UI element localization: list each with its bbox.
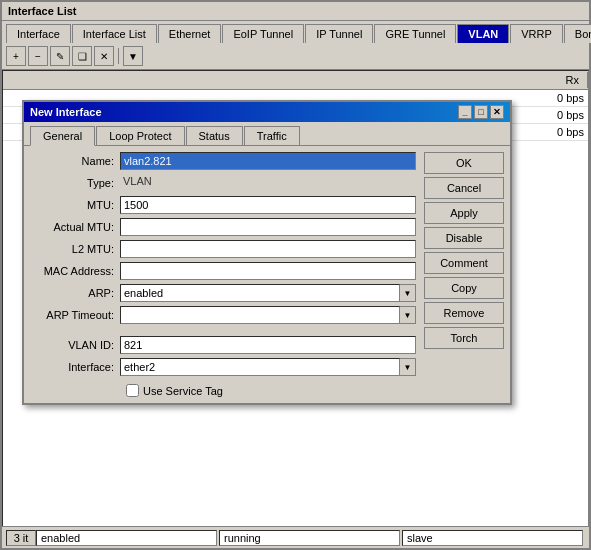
add-button[interactable]: + xyxy=(6,46,26,66)
tab-ip-tunnel[interactable]: IP Tunnel xyxy=(305,24,373,43)
remove-button[interactable]: Remove xyxy=(424,302,504,324)
comment-button[interactable]: Comment xyxy=(424,252,504,274)
vlan-id-row: VLAN ID: xyxy=(30,336,416,354)
tab-eoip-tunnel[interactable]: EoIP Tunnel xyxy=(222,24,304,43)
dialog-tabs: General Loop Protect Status Traffic xyxy=(24,122,510,145)
interface-input[interactable] xyxy=(120,358,400,376)
main-area: Rx 0 bps 0 bps 0 bps New Interface _ xyxy=(2,70,589,548)
window-title: Interface List xyxy=(8,5,76,17)
rx-cell-2: 0 bps xyxy=(528,107,588,123)
apply-button[interactable]: Apply xyxy=(424,202,504,224)
arp-timeout-label: ARP Timeout: xyxy=(30,309,120,321)
rx-header: Rx xyxy=(558,72,588,88)
rx-cell-3: 0 bps xyxy=(528,124,588,140)
type-row: Type: VLAN xyxy=(30,174,416,192)
nav-tabs: Interface Interface List Ethernet EoIP T… xyxy=(2,21,589,43)
dialog-restore-button[interactable]: □ xyxy=(474,105,488,119)
dialog-close-button[interactable]: ✕ xyxy=(490,105,504,119)
tab-bonding[interactable]: Bonding xyxy=(564,24,591,43)
mtu-row: MTU: xyxy=(30,196,416,214)
actual-mtu-label: Actual MTU: xyxy=(30,221,120,233)
l2-mtu-label: L2 MTU: xyxy=(30,243,120,255)
dialog-tab-status[interactable]: Status xyxy=(186,126,243,145)
copy-button[interactable]: ❑ xyxy=(72,46,92,66)
disable-button[interactable]: Disable xyxy=(424,227,504,249)
filter-button[interactable]: ▼ xyxy=(123,46,143,66)
name-input[interactable] xyxy=(120,152,416,170)
actual-mtu-input[interactable] xyxy=(120,218,416,236)
vlan-id-label: VLAN ID: xyxy=(30,339,120,351)
tab-vrrp[interactable]: VRRP xyxy=(510,24,563,43)
l2-mtu-row: L2 MTU: xyxy=(30,240,416,258)
mtu-label: MTU: xyxy=(30,199,120,211)
actual-mtu-row: Actual MTU: xyxy=(30,218,416,236)
tab-interface[interactable]: Interface xyxy=(6,24,71,43)
name-row: Name: xyxy=(30,152,416,170)
toolbar: + − ✎ ❑ ✕ ▼ xyxy=(2,43,589,70)
service-tag-row: Use Service Tag xyxy=(30,380,416,397)
clear-button[interactable]: ✕ xyxy=(94,46,114,66)
arp-row: ARP: ▼ xyxy=(30,284,416,302)
mtu-input[interactable] xyxy=(120,196,416,214)
remove-button[interactable]: − xyxy=(28,46,48,66)
dialog-form: Name: Type: VLAN MTU: Actua xyxy=(30,152,416,397)
interface-dropdown-button[interactable]: ▼ xyxy=(400,358,416,376)
dialog-title-buttons: _ □ ✕ xyxy=(458,105,504,119)
tab-ethernet[interactable]: Ethernet xyxy=(158,24,222,43)
arp-timeout-input[interactable] xyxy=(120,306,400,324)
interface-select-wrap: ▼ xyxy=(120,358,416,376)
arp-input[interactable] xyxy=(120,284,400,302)
ok-button[interactable]: OK xyxy=(424,152,504,174)
new-interface-dialog: New Interface _ □ ✕ General Loop Protect… xyxy=(22,100,512,405)
dialog-minimize-button[interactable]: _ xyxy=(458,105,472,119)
arp-timeout-row: ARP Timeout: ▼ xyxy=(30,306,416,324)
dialog-content: Name: Type: VLAN MTU: Actua xyxy=(24,145,510,403)
tab-interface-list[interactable]: Interface List xyxy=(72,24,157,43)
main-window: Interface List Interface Interface List … xyxy=(0,0,591,550)
interface-label: Interface: xyxy=(30,361,120,373)
cancel-button[interactable]: Cancel xyxy=(424,177,504,199)
edit-button[interactable]: ✎ xyxy=(50,46,70,66)
tab-vlan[interactable]: VLAN xyxy=(457,24,509,43)
dialog-tab-loop-protect[interactable]: Loop Protect xyxy=(96,126,184,145)
status-cell-1: enabled xyxy=(36,530,217,546)
arp-label: ARP: xyxy=(30,287,120,299)
table-header: Rx xyxy=(3,71,588,90)
use-service-tag-checkbox[interactable] xyxy=(126,384,139,397)
count-cell: 3 it xyxy=(6,530,36,546)
dialog-tab-traffic[interactable]: Traffic xyxy=(244,126,300,145)
arp-timeout-dropdown-button[interactable]: ▼ xyxy=(400,306,416,324)
l2-mtu-input[interactable] xyxy=(120,240,416,258)
status-bar: 3 it enabled running slave xyxy=(2,526,589,548)
name-label: Name: xyxy=(30,155,120,167)
action-buttons: OK Cancel Apply Disable Comment Copy Rem… xyxy=(424,152,504,397)
type-label: Type: xyxy=(30,177,120,189)
arp-timeout-select-wrap: ▼ xyxy=(120,306,416,324)
dialog-title-bar: New Interface _ □ ✕ xyxy=(24,102,510,122)
dialog-title: New Interface xyxy=(30,106,102,118)
tab-gre-tunnel[interactable]: GRE Tunnel xyxy=(374,24,456,43)
use-service-tag-label: Use Service Tag xyxy=(143,385,223,397)
toolbar-divider xyxy=(118,48,119,64)
mac-address-input[interactable] xyxy=(120,262,416,280)
title-bar: Interface List xyxy=(2,2,589,21)
status-cell-2: running xyxy=(219,530,400,546)
rx-cell-1: 0 bps xyxy=(528,90,588,106)
arp-select-wrap: ▼ xyxy=(120,284,416,302)
mac-address-label: MAC Address: xyxy=(30,265,120,277)
interface-row: Interface: ▼ xyxy=(30,358,416,376)
status-cell-3: slave xyxy=(402,530,583,546)
torch-button[interactable]: Torch xyxy=(424,327,504,349)
dialog-tab-general[interactable]: General xyxy=(30,126,95,146)
copy-button[interactable]: Copy xyxy=(424,277,504,299)
arp-dropdown-button[interactable]: ▼ xyxy=(400,284,416,302)
mac-address-row: MAC Address: xyxy=(30,262,416,280)
vlan-id-input[interactable] xyxy=(120,336,416,354)
type-value: VLAN xyxy=(120,174,416,192)
